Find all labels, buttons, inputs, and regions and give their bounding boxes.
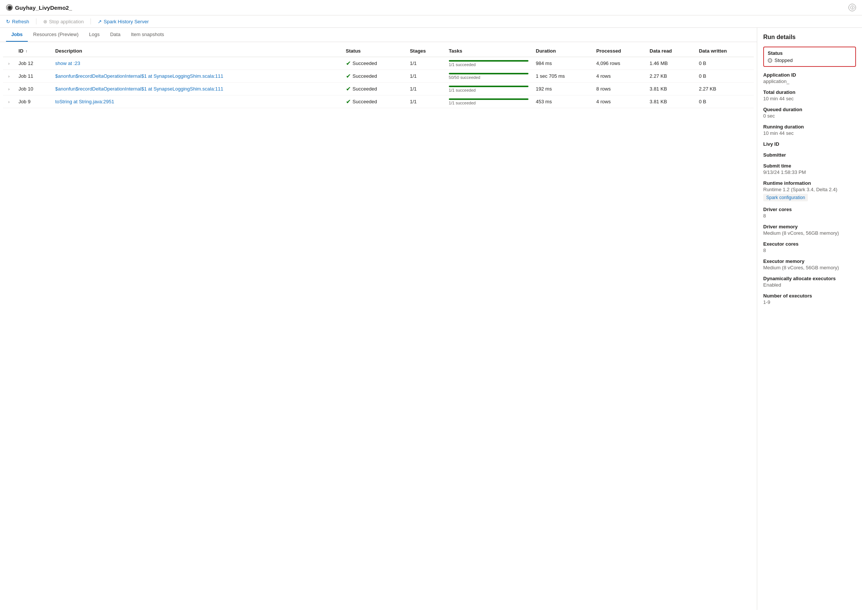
col-id: ID ↑ (15, 45, 52, 57)
livy-id-label: Livy ID (763, 141, 856, 147)
job-description-cell: $anonfun$recordDeltaOperationInternal$1 … (52, 70, 342, 83)
app-title-icon: ◉ (6, 4, 13, 11)
toolbar: ↻ Refresh ⊗ Stop application ↗ Spark His… (0, 16, 862, 28)
driver-memory-label: Driver memory (763, 224, 856, 229)
job-stages-cell: 1/1 (406, 57, 445, 70)
row-expand-btn[interactable]: › (7, 74, 11, 79)
total-duration-section: Total duration 10 min 44 sec (763, 90, 856, 101)
table-row: › Job 9 toString at String.java:2951 ✔ S… (3, 96, 754, 108)
job-description-cell: $anonfun$recordDeltaOperationInternal$1 … (52, 83, 342, 96)
runtime-info-section: Runtime information Runtime 1.2 (Spark 3… (763, 180, 856, 201)
runtime-info-value: Runtime 1.2 (Spark 3.4, Delta 2.4) (763, 187, 856, 192)
tab-data[interactable]: Data (105, 28, 126, 42)
job-description-link[interactable]: $anonfun$recordDeltaOperationInternal$1 … (55, 86, 223, 92)
status-label: Status (768, 50, 851, 56)
spark-config-button[interactable]: Spark configuration (763, 194, 808, 201)
job-stages-cell: 1/1 (406, 70, 445, 83)
job-duration-cell: 984 ms (532, 57, 593, 70)
driver-memory-value: Medium (8 vCores, 56GB memory) (763, 230, 856, 236)
tab-resources[interactable]: Resources (Preview) (28, 28, 84, 42)
succeeded-icon: ✔ (346, 60, 351, 67)
job-processed-cell: 4 rows (593, 70, 646, 83)
submitter-label: Submitter (763, 152, 856, 158)
tab-jobs[interactable]: Jobs (6, 28, 28, 42)
tab-logs[interactable]: Logs (84, 28, 105, 42)
succeeded-icon: ✔ (346, 72, 351, 80)
queued-duration-value: 0 sec (763, 113, 856, 119)
table-wrapper: ID ↑ Description Status Stages Tasks Dur… (0, 45, 757, 108)
col-expand (3, 45, 15, 57)
num-executors-value: 1-9 (763, 299, 856, 305)
job-data-read-cell: 3.81 KB (646, 83, 695, 96)
executor-memory-section: Executor memory Medium (8 vCores, 56GB m… (763, 258, 856, 270)
driver-cores-section: Driver cores 8 (763, 207, 856, 218)
app-id-value: application_ (763, 79, 856, 84)
job-id-cell: Job 11 (15, 70, 52, 83)
row-expand-btn[interactable]: › (7, 61, 11, 66)
job-data-read-cell: 3.81 KB (646, 96, 695, 108)
tasks-label: 50/50 succeeded (449, 75, 529, 80)
tab-item-snapshots[interactable]: Item snapshots (126, 28, 170, 42)
job-tasks-cell: 1/1 succeeded (445, 57, 532, 70)
toolbar-separator (36, 19, 36, 24)
status-text: Succeeded (353, 86, 377, 92)
job-id-cell: Job 10 (15, 83, 52, 96)
col-data-written: Data written (695, 45, 754, 57)
job-processed-cell: 4,096 rows (593, 57, 646, 70)
external-link-icon: ↗ (98, 19, 102, 24)
driver-cores-label: Driver cores (763, 207, 856, 212)
info-button[interactable]: ⓘ (848, 4, 856, 11)
job-processed-cell: 8 rows (593, 83, 646, 96)
tasks-label: 1/1 succeeded (449, 62, 529, 67)
row-expand-btn[interactable]: › (7, 87, 11, 91)
job-duration-cell: 1 sec 705 ms (532, 70, 593, 83)
job-description-link[interactable]: toString at String.java:2951 (55, 99, 114, 104)
job-description-link[interactable]: show at :23 (55, 60, 80, 66)
num-executors-section: Number of executors 1-9 (763, 293, 856, 305)
row-expand-btn[interactable]: › (7, 100, 11, 104)
status-text: Succeeded (353, 60, 377, 66)
job-data-read-cell: 1.46 MB (646, 57, 695, 70)
job-status-cell: ✔ Succeeded (342, 96, 407, 108)
executor-memory-label: Executor memory (763, 258, 856, 264)
spark-history-button[interactable]: ↗ Spark History Server (98, 19, 149, 24)
num-executors-label: Number of executors (763, 293, 856, 299)
dynamic-exec-section: Dynamically allocate executors Enabled (763, 276, 856, 288)
queued-duration-label: Queued duration (763, 107, 856, 112)
col-stages: Stages (406, 45, 445, 57)
main-layout: Jobs Resources (Preview) Logs Data Item … (0, 28, 862, 610)
job-description-link[interactable]: $anonfun$recordDeltaOperationInternal$1 … (55, 73, 223, 79)
submitter-section: Submitter (763, 152, 856, 158)
job-data-read-cell: 2.27 KB (646, 70, 695, 83)
executor-memory-value: Medium (8 vCores, 56GB memory) (763, 265, 856, 270)
running-duration-value: 10 min 44 sec (763, 130, 856, 136)
col-description: Description (52, 45, 342, 57)
table-row: › Job 12 show at :23 ✔ Succeeded 1/1 1/1… (3, 57, 754, 70)
running-duration-section: Running duration 10 min 44 sec (763, 124, 856, 136)
job-data-written-cell: 0 B (695, 70, 754, 83)
succeeded-icon: ✔ (346, 98, 351, 105)
stop-icon: ⊗ (43, 19, 47, 24)
job-status-cell: ✔ Succeeded (342, 83, 407, 96)
job-duration-cell: 453 ms (532, 96, 593, 108)
dynamic-exec-label: Dynamically allocate executors (763, 276, 856, 281)
jobs-table: ID ↑ Description Status Stages Tasks Dur… (3, 45, 754, 108)
run-details-sidebar: Run details Status Stopped Application I… (757, 28, 862, 610)
driver-memory-section: Driver memory Medium (8 vCores, 56GB mem… (763, 224, 856, 236)
stop-application-button[interactable]: ⊗ Stop application (43, 19, 84, 24)
job-description-cell: show at :23 (52, 57, 342, 70)
job-stages-cell: 1/1 (406, 83, 445, 96)
refresh-button[interactable]: ↻ Refresh (6, 19, 29, 24)
job-duration-cell: 192 ms (532, 83, 593, 96)
succeeded-icon: ✔ (346, 85, 351, 93)
table-row: › Job 11 $anonfun$recordDeltaOperationIn… (3, 70, 754, 83)
queued-duration-section: Queued duration 0 sec (763, 107, 856, 119)
job-status-cell: ✔ Succeeded (342, 57, 407, 70)
app-title: ◉ Guyhay_LivyDemo2_ (6, 4, 72, 11)
job-description-cell: toString at String.java:2951 (52, 96, 342, 108)
submit-time-value: 9/13/24 1:58:33 PM (763, 170, 856, 175)
status-value: Stopped (774, 58, 793, 63)
tasks-label: 1/1 succeeded (449, 101, 529, 105)
refresh-icon: ↻ (6, 19, 10, 24)
status-text: Succeeded (353, 73, 377, 79)
